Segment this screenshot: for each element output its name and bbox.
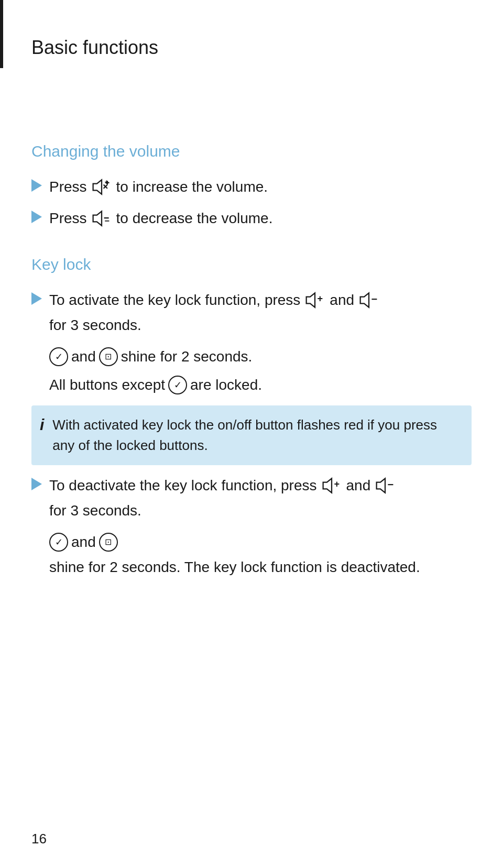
svg-text:+: + — [334, 479, 340, 489]
bullet-arrow-down — [31, 211, 42, 223]
svg-marker-13 — [323, 478, 331, 492]
speaker-minus-icon: − — [91, 209, 112, 228]
volume-section: Changing the volume Press + to increase … — [31, 142, 472, 229]
svg-marker-15 — [377, 478, 385, 492]
display-icon-circle-2: ⊡ — [99, 533, 118, 552]
shine-text-2: ✓ and ⊡ shine for 2 seconds. The key loc… — [49, 531, 472, 578]
deactivate-keylock-text: To deactivate the key lock function, pre… — [49, 475, 472, 522]
call-icon-circle: ✓ — [49, 347, 68, 366]
bullet-arrow-deactivate — [31, 478, 42, 490]
page-number: 16 — [31, 831, 47, 847]
svg-marker-0 — [93, 180, 101, 194]
svg-text:+: + — [318, 293, 323, 304]
display-icon-circle: ⊡ — [99, 347, 118, 366]
left-border-accent — [0, 0, 3, 68]
svg-text:−: − — [371, 293, 378, 305]
all-buttons-text: All buttons except ✓ are locked. — [49, 374, 262, 396]
keylock-heading: Key lock — [31, 256, 472, 273]
all-buttons-item: All buttons except ✓ are locked. — [49, 374, 472, 396]
deactivate-speaker-minus-icon: − — [375, 476, 396, 495]
volume-heading: Changing the volume — [31, 142, 472, 160]
press-volume-down-item: Press − to decrease the volume. — [31, 207, 472, 229]
activate-speaker-minus-icon: − — [358, 291, 379, 310]
press-volume-down-text: Press − to decrease the volume. — [49, 207, 272, 229]
shine-text-1: ✓ and ⊡ shine for 2 seconds. — [49, 346, 252, 368]
svg-text:+: + — [104, 178, 108, 186]
activate-speaker-plus-icon: + — [304, 291, 325, 310]
press-volume-up-item: Press + to increase the volume. — [31, 176, 472, 198]
shine-item-1: ✓ and ⊡ shine for 2 seconds. — [49, 346, 472, 368]
svg-marker-9 — [307, 293, 315, 307]
call-icon-circle-2: ✓ — [168, 376, 187, 394]
bullet-arrow-up — [31, 179, 42, 192]
page-title: Basic functions — [31, 21, 472, 59]
press-volume-up-text: Press + to increase the volume. — [49, 176, 268, 198]
info-box-text: With activated key lock the on/off butto… — [52, 415, 461, 456]
info-box: i With activated key lock the on/off but… — [31, 405, 472, 465]
keylock-section: Key lock To activate the key lock functi… — [31, 256, 472, 578]
svg-marker-6 — [93, 211, 101, 225]
activate-keylock-text: To activate the key lock function, press… — [49, 289, 472, 336]
svg-text:−: − — [104, 216, 110, 225]
bullet-arrow-activate — [31, 292, 42, 305]
call-icon-circle-3: ✓ — [49, 533, 68, 552]
deactivate-keylock-item: To deactivate the key lock function, pre… — [31, 475, 472, 522]
activate-keylock-item: To activate the key lock function, press… — [31, 289, 472, 336]
shine-item-2: ✓ and ⊡ shine for 2 seconds. The key loc… — [49, 531, 472, 578]
speaker-plus-icon: + — [91, 178, 112, 196]
info-icon: i — [40, 416, 44, 434]
svg-marker-11 — [360, 293, 369, 307]
deactivate-speaker-plus-icon: + — [321, 476, 342, 495]
svg-text:−: − — [388, 479, 394, 490]
